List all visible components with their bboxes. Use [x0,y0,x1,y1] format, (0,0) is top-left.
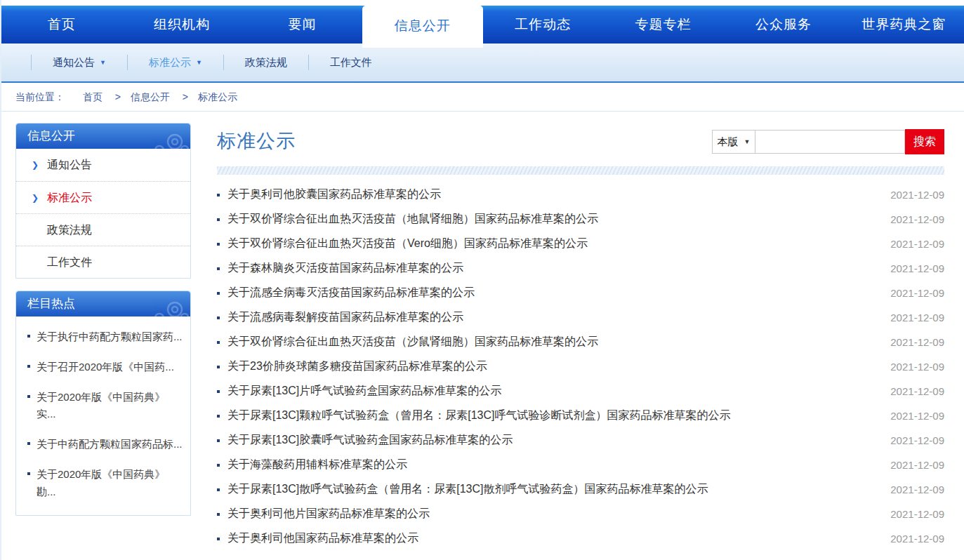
article-date: 2021-12-09 [890,484,944,495]
breadcrumb-link[interactable]: 标准公示 [198,91,237,102]
breadcrumb-link[interactable]: 信息公开 [131,91,170,102]
primary-nav-label: 要闻 [288,17,316,32]
arrow-right-icon: ❯ [32,149,39,181]
secondary-nav-item[interactable]: 政策法规▼ [223,55,308,70]
bullet-icon [217,194,220,196]
article-row[interactable]: 关于流感全病毒灭活疫苗国家药品标准草案的公示 2021-12-09 [217,281,944,305]
breadcrumb-separator: > [115,91,121,102]
primary-nav-label: 专题专栏 [635,17,692,32]
primary-nav: 首页 组织机构 要闻 信息公开 工作动态 专题专栏 公众服务 世界药典之窗 [1,6,964,44]
article-title[interactable]: 关于尿素[13C]颗粒呼气试验药盒（曾用名：尿素[13C]呼气试验诊断试剂盒）国… [227,408,876,423]
article-row[interactable]: 关于奥利司他国家药品标准草案的公示 2021-12-09 [217,526,944,551]
article-title[interactable]: 关于流感全病毒灭活疫苗国家药品标准草案的公示 [227,286,876,300]
hot-topic-link[interactable]: 关于中药配方颗粒国家药品标... [27,429,183,460]
article-title[interactable]: 关于双价肾综合征出血热灭活疫苗（沙鼠肾细胞）国家药品标准草案的公示 [227,335,876,349]
hot-topic-link[interactable]: 关于2020年版《中国药典》实... [27,382,183,430]
breadcrumb-item: >首页 [83,91,103,102]
search-bar: 本版 ▼ 搜索 [712,129,944,154]
primary-nav-item[interactable]: 专题专栏 [603,6,723,44]
article-title[interactable]: 关于森林脑炎灭活疫苗国家药品标准草案的公示 [227,261,876,276]
sidebar-menu-box: 信息公开 ❯ 通知公告 ❯ [15,123,191,279]
search-button[interactable]: 搜索 [905,129,944,154]
article-title[interactable]: 关于奥利司他片国家药品标准草案的公示 [227,507,876,521]
bullet-icon [217,243,220,246]
article-title[interactable]: 关于海藻酸药用辅料标准草案的公示 [227,458,876,472]
sidebar-menu-item[interactable]: ❯ 政策法规 [16,213,190,246]
secondary-nav-label: 通知公告 [53,56,95,68]
primary-nav-label: 组织机构 [154,17,210,32]
sidebar-menu-item[interactable]: ❯ 通知公告 [16,149,190,181]
article-row[interactable]: 关于奥利司他片国家药品标准草案的公示 2021-12-09 [217,502,944,526]
sidebar-menu-item-label: 工作文件 [47,256,92,268]
article-title[interactable]: 关于尿素[13C]胶囊呼气试验药盒国家药品标准草案的公示 [227,433,876,448]
article-title[interactable]: 关于23价肺炎球菌多糖疫苗国家药品标准草案的公示 [227,359,876,374]
primary-nav-item[interactable]: 世界药典之窗 [844,6,964,44]
article-date: 2021-12-09 [890,508,944,520]
article-row[interactable]: 关于尿素[13C]片呼气试验药盒国家药品标准草案的公示 2021-12-09 [217,379,944,404]
chevron-down-icon: ▼ [744,138,751,145]
article-title[interactable]: 关于尿素[13C]散呼气试验药盒（曾用名：尿素[13C]散剂呼气试验药盒）国家药… [227,482,876,497]
sidebar-menu-title: 信息公开 [16,124,190,149]
chevron-down-icon: ▼ [196,55,202,70]
article-date: 2021-12-09 [890,410,944,422]
article-date: 2021-12-09 [890,533,944,545]
article-row[interactable]: 关于23价肺炎球菌多糖疫苗国家药品标准草案的公示 2021-12-09 [217,354,944,379]
primary-nav-label: 信息公开 [395,18,451,33]
search-input[interactable] [755,130,905,154]
article-row[interactable]: 关于森林脑炎灭活疫苗国家药品标准草案的公示 2021-12-09 [217,256,944,281]
article-title[interactable]: 关于双价肾综合征出血热灭活疫苗（地鼠肾细胞）国家药品标准草案的公示 [227,212,876,227]
article-list: 关于奥利司他胶囊国家药品标准草案的公示 2021-12-09 关于双价肾综合征出… [217,182,944,551]
primary-nav-label: 公众服务 [755,17,812,32]
search-scope-select[interactable]: 本版 ▼ [712,130,755,154]
primary-nav-item[interactable]: 组织机构 [121,6,242,44]
breadcrumb-link[interactable]: 首页 [83,91,103,102]
primary-nav-item[interactable]: 信息公开 [362,6,482,48]
primary-nav-label: 工作动态 [515,17,571,32]
hot-topic-link[interactable]: 关于召开2020年版《中国药... [27,352,183,382]
secondary-nav-item[interactable]: 标准公示▼ [127,55,223,70]
sidebar-menu-title-text: 信息公开 [27,129,75,142]
article-row[interactable]: 关于海藻酸药用辅料标准草案的公示 2021-12-09 [217,453,944,477]
sidebar-menu-item-label: 政策法规 [47,224,92,236]
article-title[interactable]: 关于尿素[13C]片呼气试验药盒国家药品标准草案的公示 [227,384,876,399]
article-title[interactable]: 关于流感病毒裂解疫苗国家药品标准草案的公示 [227,310,876,325]
breadcrumb-separator: > [183,91,188,102]
bullet-icon [217,292,220,295]
breadcrumb-item: >标准公示 [173,91,237,102]
article-date: 2021-12-09 [890,336,944,348]
article-title[interactable]: 关于奥利司他胶囊国家药品标准草案的公示 [227,187,876,202]
article-row[interactable]: 关于双价肾综合征出血热灭活疫苗（Vero细胞）国家药品标准草案的公示 2021-… [217,232,944,256]
article-title[interactable]: 关于双价肾综合征出血热灭活疫苗（Vero细胞）国家药品标准草案的公示 [227,236,876,251]
primary-nav-item[interactable]: 要闻 [242,6,362,44]
article-date: 2021-12-09 [890,361,944,373]
page-title: 标准公示 [217,128,296,154]
hot-topics-list: 关于执行中药配方颗粒国家药... 关于召开2020年版《中国药... 关于202… [16,316,190,515]
primary-nav-item[interactable]: 工作动态 [483,6,603,44]
secondary-nav-label: 工作文件 [330,56,372,68]
article-row[interactable]: 关于双价肾综合征出血热灭活疫苗（沙鼠肾细胞）国家药品标准草案的公示 2021-1… [217,330,944,354]
article-date: 2021-12-09 [890,262,944,274]
article-row[interactable]: 关于尿素[13C]颗粒呼气试验药盒（曾用名：尿素[13C]呼气试验诊断试剂盒）国… [217,404,944,428]
sidebar-menu-item[interactable]: ❯ 标准公示 [16,181,190,213]
article-date: 2021-12-09 [890,459,944,471]
sidebar-menu-item[interactable]: ❯ 工作文件 [16,246,190,278]
bullet-icon [217,538,220,540]
cloud-ornament-icon [138,298,189,316]
primary-nav-item[interactable]: 公众服务 [723,6,843,44]
secondary-nav-item[interactable]: 通知公告▼ [31,55,127,70]
bullet-icon [217,464,220,467]
article-row[interactable]: 关于尿素[13C]散呼气试验药盒（曾用名：尿素[13C]散剂呼气试验药盒）国家药… [217,477,944,502]
bullet-icon [217,439,220,442]
article-row[interactable]: 关于奥利司他胶囊国家药品标准草案的公示 2021-12-09 [217,182,944,207]
article-row[interactable]: 关于尿素[13C]胶囊呼气试验药盒国家药品标准草案的公示 2021-12-09 [217,428,944,453]
hot-topic-link[interactable]: 关于执行中药配方颗粒国家药... [27,322,183,352]
hot-topic-link[interactable]: 关于2020年版《中国药典》勘... [27,460,183,507]
article-row[interactable]: 关于流感病毒裂解疫苗国家药品标准草案的公示 2021-12-09 [217,305,944,330]
article-title[interactable]: 关于奥利司他国家药品标准草案的公示 [227,531,876,546]
primary-nav-item[interactable]: 首页 [1,6,121,44]
bullet-icon [217,366,220,368]
bullet-icon [217,316,220,319]
article-row[interactable]: 关于双价肾综合征出血热灭活疫苗（地鼠肾细胞）国家药品标准草案的公示 2021-1… [217,207,944,232]
secondary-nav-item[interactable]: 工作文件▼ [308,55,393,70]
top-whitespace [1,0,964,6]
